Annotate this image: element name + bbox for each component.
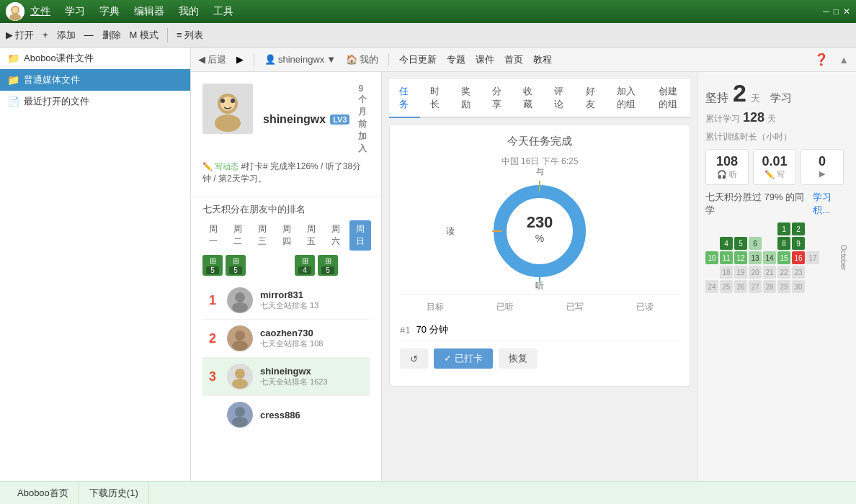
leader-name-2: caozhen730	[260, 328, 367, 338]
nav-mine[interactable]: 我的	[179, 5, 199, 18]
task-stats: 目标 已听 已写 已读	[400, 294, 679, 319]
svg-point-21	[232, 417, 248, 427]
beat-link[interactable]: 学习积...	[813, 191, 849, 217]
score-thu-empty	[272, 255, 292, 276]
today-link[interactable]: 今日更新	[399, 53, 437, 66]
cal-day-25: 25	[720, 280, 733, 293]
bottom-tab-download[interactable]: 下载历史(1)	[79, 482, 149, 505]
open-button[interactable]: ▶ 打开	[6, 29, 34, 42]
cal-day-20: 20	[749, 266, 762, 279]
week-tabs: 周一 周二 周三 周四 周五 周六 周日	[202, 220, 370, 251]
leader-2[interactable]: 2 caozhen730 七天全站排名 108	[202, 320, 370, 358]
with-label: 与	[536, 166, 544, 177]
minimize-icon[interactable]: ─	[823, 6, 829, 17]
nav-dict[interactable]: 字典	[99, 5, 120, 18]
nav-tools[interactable]: 工具	[213, 5, 233, 18]
rankings-section: 七天积分在朋友中的排名 周一 周二 周三 周四 周五 周六 周日	[191, 197, 381, 282]
cal-row-1: 4 5 6 8 9	[705, 237, 837, 250]
bottom-tab-home[interactable]: Aboboo首页	[7, 482, 79, 505]
nav-file[interactable]: 文件	[30, 5, 50, 18]
svg-point-12	[232, 302, 248, 312]
homepage-link[interactable]: 首页	[504, 53, 523, 66]
tab-sat[interactable]: 周六	[325, 220, 347, 251]
tab-joined-group[interactable]: 加入的组	[607, 79, 648, 118]
task-actions: ↺ ✓ 已打卡 恢复	[400, 341, 679, 376]
tab-tasks[interactable]: 任务	[389, 79, 420, 118]
sidebar-item-aboboo[interactable]: 📁 Aboboo课件文件	[0, 48, 190, 69]
leader-info-1: mirror831 七天全站排名 13	[260, 289, 367, 311]
user-button[interactable]: 👤 shineingwx ▼	[264, 54, 336, 65]
leader-3[interactable]: 3 shineingwx 七天全站排名 1623	[202, 358, 370, 396]
profile-left-panel: shineingwx LV3 9个月前加入 ✏️ 写动态 #打卡# 完成率126…	[191, 72, 382, 481]
task-card: 今天任务完成 中国 16日 下午 6:25 读 与 听	[389, 124, 690, 387]
divider2	[388, 53, 389, 66]
nav-study[interactable]: 学习	[65, 5, 85, 18]
refresh-button[interactable]: ↺	[400, 348, 428, 369]
content-row: 📁 Aboboo课件文件 📁 普通媒体文件 📄 最近打开的文件 ◀ 后退 ▶	[0, 48, 856, 481]
rank-3: 3	[205, 369, 220, 384]
nav-editor[interactable]: 编辑器	[134, 5, 164, 18]
tab-created-group[interactable]: 创建的组	[648, 79, 690, 118]
svg-point-20	[235, 407, 245, 417]
leader-4[interactable]: cress886	[202, 396, 370, 431]
list-button[interactable]: ≡ 列表	[177, 29, 203, 42]
nav-right: ❓ ▲	[814, 53, 849, 66]
train-num-listen: 108	[713, 154, 741, 169]
tab-thu[interactable]: 周四	[276, 220, 298, 251]
task-id: #1	[400, 325, 410, 336]
edit-icon[interactable]: ✏️ 写动态	[202, 162, 238, 171]
cal-day-4: 4	[720, 237, 733, 250]
restore-icon[interactable]: □	[834, 6, 839, 17]
svg-point-15	[232, 341, 248, 351]
sidebar-item-media[interactable]: 📁 普通媒体文件	[0, 69, 190, 91]
tab-mon[interactable]: 周一	[202, 220, 224, 251]
checked-button[interactable]: ✓ 已打卡	[434, 348, 493, 369]
train-card-listen: 108 🎧 听	[705, 149, 749, 185]
cal-row-4: 24 25 26 27 28 29 30	[705, 280, 837, 293]
home-button[interactable]: 🏠 我的	[346, 53, 378, 66]
back-button[interactable]: ◀ 后退	[198, 53, 226, 66]
cal-day-28: 28	[763, 280, 776, 293]
tab-share[interactable]: 分享	[482, 79, 513, 118]
cal-day-16-today: 16	[792, 251, 805, 264]
score-wed-empty	[249, 255, 269, 276]
score-sat: ⊞ 5	[318, 255, 338, 276]
help-icon[interactable]: ❓	[814, 53, 829, 66]
persist-label: 坚持	[705, 91, 728, 106]
tab-tue[interactable]: 周二	[227, 220, 249, 251]
train-card-write: 0.01 ✏️ 写	[753, 149, 796, 185]
persist-unit: 天	[751, 92, 760, 105]
tab-wed[interactable]: 周三	[251, 220, 273, 251]
tab-sun[interactable]: 周日	[349, 220, 371, 251]
tab-fri[interactable]: 周五	[300, 220, 322, 251]
right-area: ◀ 后退 ▶ 👤 shineingwx ▼ 🏠 我的 今日更新 专题 课件	[191, 48, 856, 481]
tab-comment[interactable]: 评论	[544, 79, 575, 118]
tab-friends[interactable]: 好友	[576, 79, 607, 118]
window-controls: ─ □ ✕	[823, 6, 850, 17]
cal-day-24: 24	[705, 280, 718, 293]
cal-day-12: 12	[734, 251, 747, 264]
tab-collect[interactable]: 收藏	[513, 79, 544, 118]
sidebar-item-recent[interactable]: 📄 最近打开的文件	[0, 91, 190, 112]
mode-button[interactable]: M 模式	[130, 29, 159, 42]
profile-info: shineingwx LV3 9个月前加入	[263, 84, 370, 155]
topic-link[interactable]: 专题	[447, 53, 465, 66]
cal-day-2: 2	[792, 222, 805, 235]
cal-day-18: 18	[720, 266, 733, 279]
train-num-other: 0	[808, 154, 836, 169]
add-button[interactable]: 添加	[57, 29, 76, 42]
cal-day-6: 6	[749, 237, 762, 250]
tab-duration[interactable]: 时长	[420, 79, 451, 118]
courseware-link[interactable]: 课件	[476, 53, 494, 66]
leader-1[interactable]: 1 mirror831 七天全站排名 13	[202, 282, 370, 320]
calendar-section: 1 2 4 5 6	[705, 222, 849, 293]
svg-text:230: 230	[527, 213, 553, 231]
tab-rewards[interactable]: 奖励	[451, 79, 482, 118]
svg-text:%: %	[535, 233, 544, 244]
delete-button[interactable]: 删除	[102, 29, 121, 42]
cal-day-10: 10	[705, 251, 718, 264]
restore-button[interactable]: 恢复	[499, 348, 538, 369]
close-icon[interactable]: ✕	[843, 6, 850, 17]
tutorial-link[interactable]: 教程	[533, 53, 552, 66]
cal-row-3: 18 19 20 21 22 23	[705, 266, 837, 279]
